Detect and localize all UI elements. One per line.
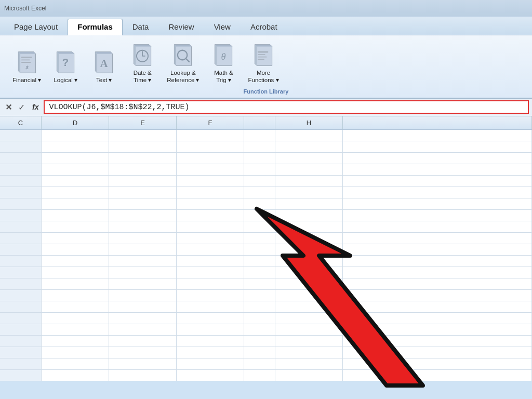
cell[interactable] (177, 267, 244, 278)
cell[interactable] (42, 290, 109, 301)
cell[interactable] (275, 198, 343, 209)
cell[interactable] (109, 130, 177, 141)
formula-cancel-button[interactable]: ✕ (3, 102, 14, 112)
cell[interactable] (177, 336, 244, 347)
cell[interactable] (343, 244, 532, 255)
cell[interactable] (177, 164, 244, 175)
tab-data[interactable]: Data (123, 19, 159, 35)
cell[interactable] (343, 358, 532, 369)
cell[interactable] (0, 336, 42, 347)
cell[interactable] (275, 347, 343, 358)
cell[interactable] (275, 324, 343, 335)
cell[interactable] (0, 313, 42, 324)
cell[interactable] (244, 244, 275, 255)
cell[interactable] (0, 130, 42, 141)
cell[interactable] (0, 267, 42, 278)
cell[interactable] (343, 233, 532, 244)
cell[interactable] (275, 267, 343, 278)
table-row[interactable] (0, 313, 532, 324)
cell[interactable] (244, 221, 275, 232)
cell[interactable] (244, 290, 275, 301)
cell[interactable] (109, 347, 177, 358)
table-row[interactable] (0, 198, 532, 210)
cell[interactable] (275, 164, 343, 175)
cell[interactable] (42, 256, 109, 267)
cell[interactable] (177, 313, 244, 324)
cell[interactable] (275, 244, 343, 255)
cell[interactable] (109, 244, 177, 255)
cell[interactable] (275, 370, 343, 381)
cell[interactable] (177, 233, 244, 244)
cell[interactable] (177, 370, 244, 381)
cell[interactable] (177, 347, 244, 358)
cell[interactable] (109, 141, 177, 152)
cell[interactable] (244, 130, 275, 141)
cell[interactable] (275, 278, 343, 289)
cell[interactable] (177, 324, 244, 335)
tab-view[interactable]: View (204, 19, 241, 35)
cell[interactable] (343, 278, 532, 289)
cell[interactable] (109, 313, 177, 324)
cell[interactable] (42, 267, 109, 278)
cell[interactable] (0, 187, 42, 198)
table-row[interactable] (0, 267, 532, 278)
cell[interactable] (275, 187, 343, 198)
cell[interactable] (109, 370, 177, 381)
table-row[interactable] (0, 153, 532, 164)
cell[interactable] (343, 347, 532, 358)
tab-formulas[interactable]: Formulas (68, 19, 123, 35)
cell[interactable] (0, 358, 42, 369)
btn-math[interactable]: θ Math & Trig ▾ (205, 39, 242, 86)
btn-financial[interactable]: $ Financial ▾ (8, 47, 45, 86)
cell[interactable] (343, 164, 532, 175)
cell[interactable] (343, 301, 532, 312)
cell[interactable] (42, 358, 109, 369)
cell[interactable] (177, 153, 244, 164)
cell[interactable] (42, 210, 109, 221)
cell[interactable] (244, 187, 275, 198)
cell[interactable] (177, 187, 244, 198)
cell[interactable] (244, 198, 275, 209)
cell[interactable] (275, 358, 343, 369)
cell[interactable] (0, 244, 42, 255)
cell[interactable] (343, 370, 532, 381)
cell[interactable] (343, 221, 532, 232)
btn-text[interactable]: A Text ▾ (86, 47, 122, 86)
cell[interactable] (42, 278, 109, 289)
cell[interactable] (177, 198, 244, 209)
cell[interactable] (244, 347, 275, 358)
cell[interactable] (0, 198, 42, 209)
cell[interactable] (42, 347, 109, 358)
btn-more-functions[interactable]: More Functions ▾ (244, 39, 283, 86)
cell[interactable] (343, 176, 532, 187)
cell[interactable] (42, 336, 109, 347)
formula-confirm-button[interactable]: ✓ (16, 102, 27, 112)
table-row[interactable] (0, 324, 532, 336)
table-row[interactable] (0, 301, 532, 313)
cell[interactable] (275, 290, 343, 301)
cell[interactable] (177, 290, 244, 301)
cell[interactable] (177, 278, 244, 289)
cell[interactable] (244, 153, 275, 164)
cell[interactable] (42, 370, 109, 381)
table-row[interactable] (0, 278, 532, 290)
cell[interactable] (109, 358, 177, 369)
cell[interactable] (343, 187, 532, 198)
cell[interactable] (109, 267, 177, 278)
cell[interactable] (275, 336, 343, 347)
cell[interactable] (109, 278, 177, 289)
cell[interactable] (109, 210, 177, 221)
cell[interactable] (109, 187, 177, 198)
table-row[interactable] (0, 187, 532, 198)
cell[interactable] (109, 233, 177, 244)
table-row[interactable] (0, 336, 532, 347)
cell[interactable] (0, 301, 42, 312)
cell[interactable] (0, 221, 42, 232)
table-row[interactable] (0, 290, 532, 301)
cell[interactable] (42, 130, 109, 141)
cell[interactable] (275, 233, 343, 244)
cell[interactable] (109, 221, 177, 232)
cell[interactable] (42, 176, 109, 187)
cell[interactable] (109, 301, 177, 312)
cell[interactable] (343, 210, 532, 221)
